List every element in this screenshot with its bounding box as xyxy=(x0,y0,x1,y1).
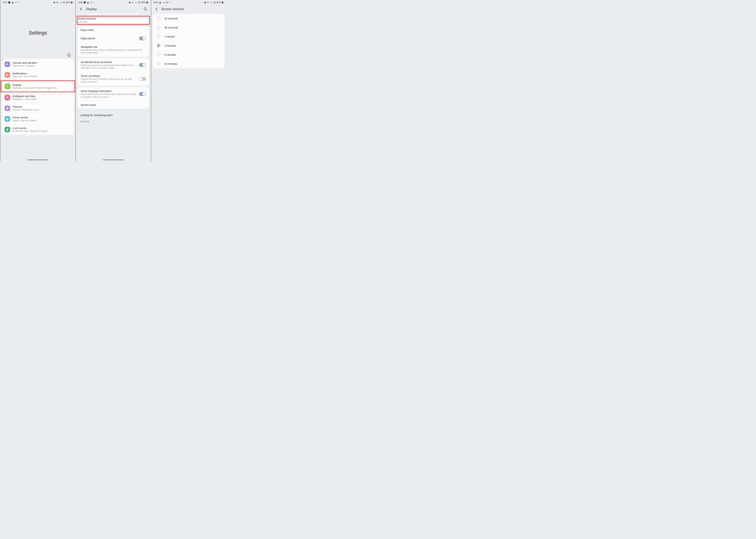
toggle-touch-sensitivity[interactable] xyxy=(139,77,146,81)
settings-screen: 9:42 • 62% Settings Sounds and vibration… xyxy=(0,0,75,161)
svg-point-21 xyxy=(7,97,7,98)
row-sub: Protect your phone from accidental touch… xyxy=(81,64,137,69)
divider xyxy=(87,14,139,15)
home-indicator[interactable] xyxy=(28,160,48,160)
radio-label: 2 minutes xyxy=(164,44,176,47)
settings-row-notifications[interactable]: Notifications Status bar • Do not distur… xyxy=(2,69,74,80)
row-easy-mode[interactable]: Easy mode xyxy=(77,26,149,34)
row-title: Sounds and vibration xyxy=(13,61,72,64)
row-charging-info[interactable]: Show charging information Show battery l… xyxy=(77,87,149,101)
header: Display xyxy=(76,5,151,13)
radio-option-15s[interactable]: 15 seconds xyxy=(153,14,224,23)
svg-line-2 xyxy=(58,2,58,3)
radio-label: 1 minute xyxy=(164,35,175,38)
svg-rect-6 xyxy=(71,1,72,2)
radio-icon xyxy=(157,35,160,38)
row-touch-sensitivity[interactable]: Touch sensitivity Increase the touch sen… xyxy=(77,72,149,86)
timeout-options: 15 seconds 30 seconds 1 minute 2 minutes… xyxy=(153,14,224,68)
radio-label: 10 minutes xyxy=(164,62,177,65)
row-title: Edge panels xyxy=(81,37,134,40)
radio-label: 30 seconds xyxy=(164,26,178,29)
row-title: Display xyxy=(13,83,72,86)
search-icon[interactable] xyxy=(67,53,71,57)
slack-icon xyxy=(162,1,165,4)
footer-heading: Looking for something else? xyxy=(80,114,147,116)
radio-icon xyxy=(157,44,160,47)
home-indicator[interactable] xyxy=(103,160,124,160)
radio-option-2m[interactable]: 2 minutes xyxy=(153,41,224,50)
row-title: Accidental touch protection xyxy=(81,60,137,63)
toggle-accidental-touch[interactable] xyxy=(139,63,146,67)
back-icon[interactable] xyxy=(155,7,158,11)
page-title: Screen timeout xyxy=(161,7,223,11)
footer-link-side-key[interactable]: Side key xyxy=(80,120,147,123)
row-accidental-touch[interactable]: Accidental touch protection Protect your… xyxy=(77,58,149,72)
settings-row-sounds[interactable]: Sounds and vibration Sound mode • Ringto… xyxy=(2,59,74,69)
svg-line-4 xyxy=(63,2,64,3)
radio-option-10m[interactable]: 10 minutes xyxy=(153,59,224,68)
row-sub: Status bar • Do not disturb xyxy=(13,75,72,78)
row-screen-saver[interactable]: Screen saver xyxy=(77,101,149,109)
search-icon[interactable] xyxy=(143,7,147,11)
wifi-icon xyxy=(59,1,62,4)
radio-option-30s[interactable]: 30 seconds xyxy=(153,23,224,32)
settings-row-themes[interactable]: Themes Themes • Wallpapers • Icons xyxy=(2,103,74,114)
row-navigation-bar[interactable]: Navigation bar Manage the Home, Back, an… xyxy=(77,43,149,57)
battery-percent: 62% xyxy=(66,1,70,4)
radio-icon xyxy=(157,26,160,29)
row-sub: Increase the touch sensitivity of the sc… xyxy=(81,78,137,83)
settings-group-1: Sounds and vibration Sound mode • Ringto… xyxy=(2,59,74,80)
row-title: Notifications xyxy=(13,72,72,75)
row-title: Easy mode xyxy=(81,29,146,32)
row-title: Themes xyxy=(13,105,72,108)
nav-icon xyxy=(11,1,14,4)
svg-rect-24 xyxy=(7,129,8,130)
settings-row-display[interactable]: Display Brightness • Eye comfort shield … xyxy=(2,81,73,92)
block-icon xyxy=(138,1,140,4)
radio-option-5m[interactable]: 5 minutes xyxy=(153,50,224,59)
row-edge-panels[interactable]: Edge panels xyxy=(77,34,149,43)
radio-option-1m[interactable]: 1 minute xyxy=(153,32,224,41)
battery-percent: 62% xyxy=(216,1,221,4)
settings-row-home[interactable]: Home screen Layout • App icon badges xyxy=(2,114,74,124)
block-icon xyxy=(213,1,216,4)
wifi-icon xyxy=(210,1,213,4)
svg-line-32 xyxy=(146,10,147,11)
minus-circle-icon xyxy=(166,1,168,4)
radio-label: 5 minutes xyxy=(164,53,176,56)
highlight-screen-timeout: Screen timeout 2 minutes xyxy=(77,16,150,25)
settings-group-2: Wallpaper and style Wallpapers • Color p… xyxy=(2,92,74,135)
themes-icon xyxy=(5,106,10,111)
back-icon[interactable] xyxy=(79,7,83,11)
row-sub: Layout • App icon badges xyxy=(13,119,72,122)
status-time: 9:42 xyxy=(154,1,158,4)
display-screen: 9:36 • 63% Display Screen timeout 2 minu… xyxy=(75,0,151,161)
alarm-icon xyxy=(53,1,55,4)
row-title: Touch sensitivity xyxy=(81,74,137,77)
mute-icon xyxy=(132,1,134,4)
svg-point-7 xyxy=(68,54,70,56)
row-title: Lock screen xyxy=(13,126,72,129)
alarm-icon xyxy=(128,1,131,4)
volume-icon xyxy=(5,61,10,67)
svg-line-17 xyxy=(8,87,9,87)
svg-rect-30 xyxy=(147,1,147,2)
radio-icon xyxy=(157,53,160,56)
svg-line-28 xyxy=(138,2,140,3)
settings-row-wallpaper[interactable]: Wallpaper and style Wallpapers • Color p… xyxy=(2,92,74,103)
row-title: Screen saver xyxy=(81,103,146,106)
display-group-3: Show charging information Show battery l… xyxy=(77,87,149,109)
svg-rect-39 xyxy=(222,1,223,2)
svg-point-35 xyxy=(205,2,206,3)
row-screen-timeout[interactable]: Screen timeout 2 minutes xyxy=(78,17,149,23)
header: Screen timeout xyxy=(151,5,226,13)
toggle-charging-info[interactable] xyxy=(139,92,146,96)
settings-row-lock[interactable]: Lock screen Screen lock type • Always On… xyxy=(2,124,74,135)
wifi-icon xyxy=(135,1,137,4)
slack-icon xyxy=(90,1,93,4)
svg-rect-0 xyxy=(8,1,10,3)
radio-label: 15 seconds xyxy=(164,17,178,20)
row-sub: Show battery level and estimated time un… xyxy=(81,93,137,99)
row-title: Home screen xyxy=(13,116,72,119)
toggle-edge-panels[interactable] xyxy=(139,37,146,40)
